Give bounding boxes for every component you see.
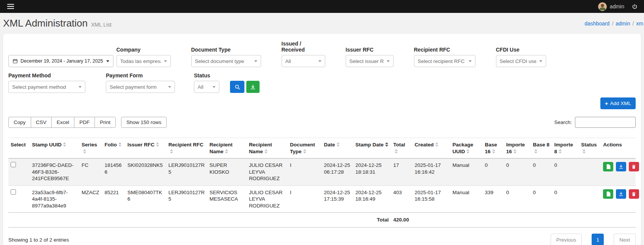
download-xml-button[interactable] [616, 189, 626, 199]
cell-importe-16: 0 [504, 185, 531, 213]
download-xml-button[interactable] [616, 162, 626, 171]
filter-search-button[interactable] [230, 81, 244, 93]
breadcrumb-link-admin[interactable]: admin [616, 20, 630, 27]
search-icon [235, 84, 240, 90]
breadcrumb-link-dashboard[interactable]: dashboard [584, 20, 609, 27]
footer-total-label: Total [353, 213, 391, 228]
company-select[interactable]: Todas las empresas [117, 55, 171, 67]
column-label: Stamp Date [356, 142, 384, 148]
footer-spacer [8, 213, 353, 228]
file-icon [606, 192, 611, 196]
table-search: Search: [554, 117, 636, 128]
cell-issuer-rfc: SKI020328NK5 [125, 159, 166, 186]
col-header-total[interactable]: Total [391, 138, 412, 159]
print-button[interactable]: Print [94, 117, 116, 128]
excel-button[interactable]: Excel [51, 117, 74, 128]
filter-label-issuer-rfc: Issuer RFC [346, 47, 394, 53]
page-titles: XML Administration XML List [3, 17, 112, 29]
table-info: Showing 1 to 2 of 2 entries [8, 237, 69, 243]
filters-row-1: December 19, 2024 - January 17, 2025 Com… [8, 41, 636, 67]
issuer-rfc-select[interactable]: Select issuer RFC [346, 55, 394, 67]
breadcrumb-link-xml[interactable]: xm [636, 20, 643, 27]
cell-created: 2025-01-17 16:15:58 [412, 185, 450, 213]
sidebar-toggle-button[interactable] [6, 2, 16, 11]
col-header-date[interactable]: Date [321, 138, 353, 159]
col-header-package-uuid[interactable]: Package UUID [450, 138, 482, 159]
sort-icon [583, 149, 586, 154]
document-type-select[interactable]: Select document type [191, 55, 261, 67]
sort-icon [83, 149, 87, 154]
avatar-icon [598, 2, 607, 11]
caret-down-icon [469, 60, 472, 62]
payment-form-select[interactable]: Select payment form [106, 81, 175, 93]
cell-folio: 85221 [102, 185, 125, 213]
delete-xml-button[interactable] [629, 189, 639, 199]
view-xml-button[interactable] [603, 162, 613, 171]
csv-button[interactable]: CSV [31, 117, 52, 128]
column-label: Total [393, 142, 405, 148]
column-label: Status [581, 142, 597, 148]
cell-issuer-rfc: SME080407TK6 [125, 185, 166, 213]
col-header-recipient-name[interactable]: Recipient Name [207, 138, 247, 159]
col-header-status[interactable]: Status [579, 138, 601, 159]
col-header-recipient-rfc[interactable]: Recipient RFC [166, 138, 207, 159]
pagination-previous-button[interactable]: Previous [551, 234, 582, 245]
sort-icon [513, 149, 517, 154]
column-label: Date [324, 142, 335, 148]
cell-stamp-uuid: 23a53ac9-6fb7-4a4f-8135-8977a9a384e9 [30, 185, 79, 213]
col-header-stamp-date[interactable]: Stamp Date [353, 138, 391, 159]
col-header-document-type[interactable]: Document Type [288, 138, 321, 159]
add-xml-label: Add XML [610, 101, 631, 106]
daterange-picker[interactable]: December 19, 2024 - January 17, 2025 [8, 55, 113, 67]
view-xml-button[interactable] [603, 189, 613, 199]
download-icon [619, 164, 624, 169]
caret-down-icon [164, 60, 167, 62]
status-select[interactable]: All [194, 81, 219, 93]
logout-button[interactable] [631, 3, 638, 10]
caret-down-icon [168, 86, 171, 88]
col-header-base-16[interactable]: Base 16 [483, 138, 504, 159]
search-label: Search: [554, 119, 572, 125]
col-header-stamp-uuid[interactable]: Stamp UUID [30, 138, 79, 159]
col-header-created[interactable]: Created [412, 138, 450, 159]
table-footer: Total 420.00 [8, 213, 636, 228]
user-avatar[interactable] [598, 2, 607, 11]
issued-received-select[interactable]: All [282, 55, 325, 67]
filter-document-type: Document Type Select document type [191, 47, 261, 67]
cell-select [8, 159, 30, 186]
col-header-issuer-rfc[interactable]: Issuer RFC [125, 138, 166, 159]
filter-export-button[interactable] [246, 81, 260, 93]
show-rows-button[interactable]: Show 150 rows [121, 117, 167, 128]
add-xml-button[interactable]: + Add XML [600, 97, 636, 109]
pagination-next-button[interactable]: Next [614, 234, 636, 245]
delete-xml-button[interactable] [629, 162, 639, 171]
col-header-select: Select [8, 138, 30, 159]
filters-row-2: Payment Method Select payment method Pay… [8, 72, 636, 93]
pagination-page-1-button[interactable]: 1 [592, 234, 604, 245]
cfdi-use-select[interactable]: Select CFDI use [496, 55, 546, 67]
table-search-input[interactable] [575, 117, 636, 128]
cell-status [579, 159, 601, 186]
filter-issued-received: Issued / Received All [282, 41, 325, 67]
sort-icon [466, 149, 470, 154]
col-header-importe-16[interactable]: Importe 16 [504, 138, 531, 159]
filter-issuer-rfc: Issuer RFC Select issuer RFC [346, 47, 394, 67]
pdf-button[interactable]: PDF [74, 117, 94, 128]
row-select-checkbox[interactable] [11, 162, 16, 167]
column-label: Actions [603, 142, 622, 148]
col-header-base-8[interactable]: Base 8 [531, 138, 552, 159]
column-label: Series [82, 142, 97, 148]
copy-button[interactable]: Copy [8, 117, 31, 128]
col-header-series[interactable]: Series [79, 138, 102, 159]
col-header-recipient-name-2[interactable]: Recipient Name [247, 138, 288, 159]
sort-icon [118, 142, 122, 147]
payment-method-select[interactable]: Select payment method [8, 81, 85, 93]
trash-icon [631, 192, 636, 196]
col-header-importe-8[interactable]: Importe 8 [552, 138, 579, 159]
plus-icon: + [605, 101, 608, 106]
filter-recipient-rfc: Recipient RFC Select recipient RFC [414, 47, 476, 67]
row-select-checkbox[interactable] [11, 189, 16, 195]
filter-label-document-type: Document Type [191, 47, 261, 53]
recipient-rfc-select[interactable]: Select recipient RFC [414, 55, 476, 67]
col-header-folio[interactable]: Folio [102, 138, 125, 159]
